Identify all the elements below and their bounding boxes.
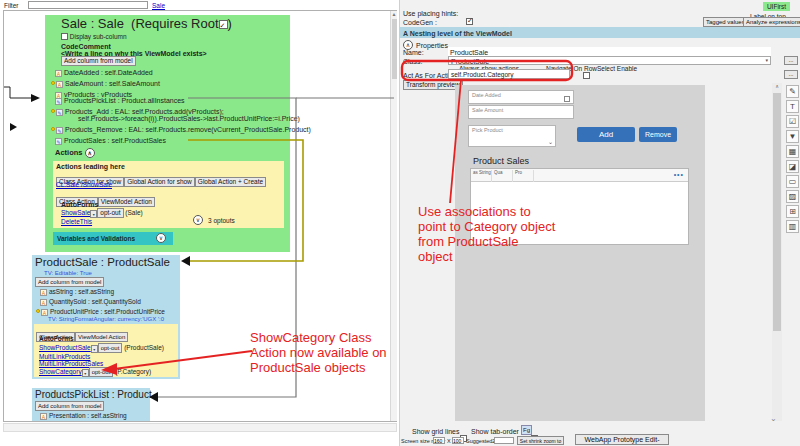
tagged-dot-icon: [51, 109, 55, 113]
field-row-productsales[interactable]: ✎ProductSales : self.ProductSales: [55, 136, 166, 145]
remove-button[interactable]: Remove: [639, 127, 677, 142]
canvas-hscrollbar[interactable]: [3, 423, 397, 432]
add-button[interactable]: Add: [577, 127, 635, 142]
cl-sale-showsale-link[interactable]: CL:Sale /ShowSale: [56, 181, 112, 189]
class-browse-button[interactable]: ...: [784, 56, 798, 65]
optout-button[interactable]: opt-out: [89, 367, 114, 377]
field-row-presentation[interactable]: APresentation : self.asString: [40, 412, 127, 420]
screen-size-width-input[interactable]: [433, 437, 445, 444]
showsale-link[interactable]: ShowSale: [61, 209, 90, 216]
display-sub-column-checkbox[interactable]: [61, 33, 68, 40]
field-row-quantitysold[interactable]: AQuantitySold : self.QuantitySold: [40, 298, 141, 306]
act-as-for-actions-field[interactable]: self.Product.Category: [448, 69, 570, 79]
preview-scrollbar[interactable]: ∧: [772, 83, 782, 421]
scrollbar-up-icon[interactable]: ∧: [772, 83, 782, 90]
field-row-productspicklist[interactable]: ✎ProductsPickList : Product.allInstances: [55, 96, 185, 105]
analyze-expressions-button[interactable]: Analyze expressions: [743, 17, 800, 27]
preview-scrollbar-thumb[interactable]: [773, 93, 781, 331]
use-placing-hints-label: Use placing hints:: [403, 9, 458, 18]
showcategory-row: ShowCategoryopt-out (P.Category): [39, 367, 151, 377]
toolbox-grid-icon[interactable]: ⊞: [786, 205, 799, 218]
requires-root-checkbox[interactable]: [219, 20, 228, 29]
calendar-icon[interactable]: [564, 96, 570, 102]
field-row-asstring[interactable]: AasString : self.asString: [40, 288, 114, 296]
actions-toggle[interactable]: Actions ∧: [55, 148, 95, 158]
grid-col-asstring[interactable]: as String: [473, 170, 492, 182]
fg-button[interactable]: Fg: [521, 425, 532, 435]
filter-sale-link[interactable]: Sale: [152, 2, 165, 10]
pick-product-select[interactable]: Pick Product ⌄: [468, 125, 556, 147]
toolbox-edit-icon[interactable]: ✎: [786, 85, 799, 98]
field-row-dateadded[interactable]: ADateAdded : self.DateAdded: [55, 68, 153, 77]
screen-size-height-input[interactable]: [452, 437, 464, 444]
use-placing-hints-checkbox[interactable]: [466, 18, 473, 25]
global-action-create-button[interactable]: Global Action + Create: [195, 177, 266, 187]
showproductsale-link[interactable]: ShowProductSale: [39, 344, 91, 351]
class-combobox[interactable]: ProductSale ▾: [448, 56, 771, 65]
collapse-up-icon[interactable]: ∧: [85, 148, 95, 158]
scrollbar-up-icon[interactable]: ▲: [391, 11, 397, 17]
name-field[interactable]: ProductSale: [448, 47, 771, 56]
webapp-prototype-mode-button[interactable]: WebApp Prototype Edit-Mode: [575, 434, 669, 445]
add-column-button[interactable]: Add column from model: [35, 277, 104, 287]
sale-viewmodel-panel: Sale : Sale (Requires Root) Display sub-…: [45, 15, 290, 252]
showsale-row: ShowSaleopt-out (Sale): [61, 208, 143, 218]
field-row-products-add-line2: self.Products->foreach(i)).ProductSales-…: [78, 114, 300, 123]
pick-product-label: Pick Product: [472, 127, 503, 133]
annotation-use-associations: Use associations to point to Category ob…: [418, 204, 555, 264]
nesting-section-bar: A Nesting level of the ViewModel: [399, 27, 800, 38]
sale-amount-field[interactable]: Sale Amount: [468, 105, 574, 119]
tagged-dot-icon: [51, 127, 55, 131]
uifirst-badge: UIFirst: [763, 2, 790, 11]
field-row-saleamount[interactable]: ASaleAmount : self.SaleAmount: [51, 79, 160, 88]
sale-panel-title: Sale : Sale (Requires Root): [61, 17, 232, 31]
expand-down-icon[interactable]: ∨: [156, 233, 166, 243]
transform-preview-button[interactable]: Transform preview: [403, 80, 463, 90]
canvas-scrollbar-thumb[interactable]: [392, 19, 397, 79]
toolbox-printer-icon[interactable]: ▥: [786, 220, 799, 233]
variables-validations-bar[interactable]: Variables and Validations ∨: [53, 232, 173, 245]
global-action-for-show-button[interactable]: Global Action for show: [124, 177, 195, 187]
toolbox-person-icon[interactable]: ◪: [786, 160, 799, 173]
field-row-productunitprice[interactable]: AProductUnitPrice : self.ProductUnitPric…: [36, 308, 165, 316]
chevron-down-icon[interactable]: ⌄: [548, 138, 553, 145]
act-as-value: self.Product.Category: [451, 71, 514, 79]
toolbox-text-icon[interactable]: T: [786, 100, 799, 113]
suggested-zoom-input[interactable]: [494, 437, 514, 444]
optouts-expand-icon[interactable]: ∨: [193, 215, 203, 225]
toolbox-button-icon[interactable]: ▭: [786, 175, 799, 188]
codegen-label: CodeGen :: [403, 18, 437, 27]
optout-dropdown-icon[interactable]: [90, 210, 97, 218]
annotation-line: from ProductSale: [418, 234, 555, 249]
optout-button[interactable]: opt-out: [97, 208, 123, 218]
toolbox-checkbox-icon[interactable]: ☑: [786, 115, 799, 128]
date-added-field[interactable]: Date Added: [468, 90, 574, 104]
grid-col-price[interactable]: Pro: [515, 170, 534, 182]
grid-col-quantity[interactable]: Qua: [494, 170, 513, 182]
collapse-chevron-icon[interactable]: ⌄: [770, 414, 777, 423]
optout-dropdown-icon[interactable]: [91, 345, 98, 353]
filter-input[interactable]: [28, 1, 148, 9]
optout-dropdown-icon[interactable]: [82, 369, 89, 377]
field-row-products-remove[interactable]: ✎Products_Remove : EAL: self.Products.re…: [51, 125, 311, 134]
field-text: SaleAmount : self.SaleAmount: [65, 80, 160, 87]
act-as-browse-button[interactable]: ...: [784, 70, 798, 79]
toolbox-image-icon[interactable]: ▨: [786, 190, 799, 203]
toolbox-calendar-icon[interactable]: ▦: [786, 145, 799, 158]
add-column-button[interactable]: Add column from model: [35, 401, 104, 411]
viewmodel-action-button[interactable]: ViewModel Action: [75, 332, 128, 342]
field-text: DateAdded : self.DateAdded: [64, 69, 153, 76]
viewmodel-action-button[interactable]: ViewModel Action: [98, 197, 155, 207]
class-label: Class:: [403, 57, 422, 66]
canvas-scrollbar[interactable]: ▲: [390, 11, 397, 421]
navigate-rowselect-checkbox[interactable]: [583, 72, 590, 79]
deletethis-link[interactable]: DeleteThis: [61, 218, 92, 226]
showcategory-link[interactable]: ShowCategory: [39, 368, 82, 375]
toolbox-combobox-icon[interactable]: ▼: [786, 130, 799, 143]
optout-button[interactable]: opt-out: [98, 343, 123, 353]
tagged-values-button[interactable]: Tagged values: [703, 17, 748, 27]
chevron-down-icon[interactable]: ▾: [765, 57, 768, 63]
add-column-button[interactable]: Add column from model: [61, 56, 136, 66]
grid-menu-icon[interactable]: •••: [674, 171, 684, 178]
set-shrink-zoom-button[interactable]: Set shrink zoom to fit: [517, 436, 564, 445]
